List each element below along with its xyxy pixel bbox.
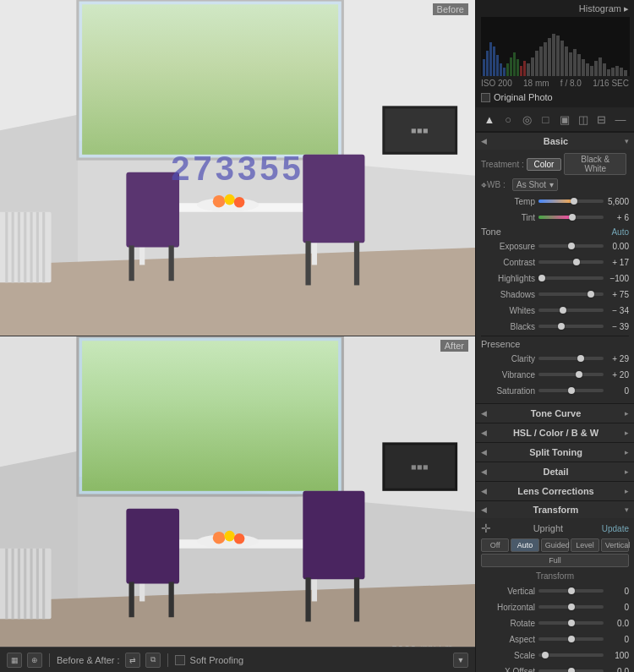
transform-section-header[interactable]: ◀ Transform ▾ bbox=[476, 500, 634, 518]
shadows-value: + 75 bbox=[604, 290, 629, 299]
lens-corrections-section[interactable]: ◀ Lens Corrections ▸ bbox=[476, 481, 634, 500]
upright-off-btn[interactable]: Off bbox=[481, 538, 509, 552]
saturation-thumb[interactable] bbox=[568, 387, 575, 394]
svg-rect-86 bbox=[573, 49, 577, 76]
t-aspect-value: 0 bbox=[604, 635, 629, 644]
clarity-thumb[interactable] bbox=[577, 355, 584, 362]
wb-value: As Shot bbox=[516, 180, 546, 189]
svg-rect-63 bbox=[486, 51, 489, 76]
settings-tool-icon[interactable]: — bbox=[612, 111, 629, 128]
saturation-row: Saturation 0 bbox=[481, 384, 629, 397]
t-scale-thumb[interactable] bbox=[542, 652, 549, 658]
t-scale-label: Scale bbox=[481, 651, 538, 660]
t-horizontal-slider[interactable] bbox=[538, 605, 604, 609]
svg-rect-78 bbox=[539, 46, 543, 76]
upright-vertical-btn[interactable]: Vertical bbox=[601, 538, 629, 552]
toolbar-before-btn[interactable]: ⊕ bbox=[27, 653, 42, 668]
detail-section[interactable]: ◀ Detail ▸ bbox=[476, 462, 634, 481]
wb-dropdown[interactable]: As Shot ▾ bbox=[512, 178, 558, 191]
exposure-slider[interactable] bbox=[538, 244, 604, 248]
svg-rect-70 bbox=[510, 57, 512, 76]
svg-rect-92 bbox=[598, 57, 602, 76]
t-vertical-slider[interactable] bbox=[538, 589, 604, 593]
blacks-label: Blacks bbox=[481, 322, 538, 331]
svg-rect-17 bbox=[303, 155, 364, 243]
color-btn[interactable]: Color bbox=[527, 158, 562, 171]
vibrance-row: Vibrance + 20 bbox=[481, 368, 629, 381]
t-vertical-label: Vertical bbox=[481, 587, 538, 596]
hsl-arrow-right: ▸ bbox=[625, 429, 629, 437]
original-photo-checkbox[interactable] bbox=[481, 93, 490, 102]
split-toning-arrow-left: ◀ bbox=[481, 448, 487, 456]
exposure-row: Exposure 0.00 bbox=[481, 239, 629, 253]
redeye-tool-icon[interactable]: □ bbox=[537, 111, 554, 128]
hsl-section[interactable]: ◀ HSL / Color / B & W ▸ bbox=[476, 423, 634, 442]
vibrance-slider[interactable] bbox=[538, 373, 604, 376]
tone-curve-section[interactable]: ◀ Tone Curve ▸ bbox=[476, 403, 634, 423]
t-rotate-thumb[interactable] bbox=[568, 620, 575, 626]
photo-before: ◼◼◼ Before 273355 bbox=[0, 0, 475, 336]
brush-tool-icon[interactable]: ▣ bbox=[556, 111, 573, 128]
saturation-slider[interactable] bbox=[538, 389, 604, 392]
tint-thumb[interactable] bbox=[569, 214, 576, 221]
move-icon[interactable]: ✛ bbox=[481, 522, 491, 535]
t-horizontal-label: Horizontal bbox=[481, 603, 538, 612]
t-aspect-slider[interactable] bbox=[538, 637, 604, 641]
crop-tool-icon[interactable]: ○ bbox=[500, 111, 516, 128]
svg-point-44 bbox=[234, 533, 245, 544]
soft-proofing-checkbox[interactable] bbox=[175, 655, 185, 665]
spot-tool-icon[interactable]: ◎ bbox=[518, 111, 535, 128]
whites-slider[interactable] bbox=[538, 309, 604, 312]
svg-rect-22 bbox=[12, 212, 14, 283]
blacks-slider[interactable] bbox=[538, 325, 604, 328]
t-vertical-thumb[interactable] bbox=[568, 587, 575, 594]
blacks-thumb[interactable] bbox=[558, 323, 565, 330]
upright-auto-btn[interactable]: Auto bbox=[511, 538, 538, 552]
clarity-value: + 29 bbox=[604, 354, 629, 363]
shadows-thumb[interactable] bbox=[588, 291, 594, 298]
highlights-slider[interactable] bbox=[538, 276, 604, 280]
basic-section-header[interactable]: ◀ Basic ▾ bbox=[476, 132, 634, 150]
contrast-slider[interactable] bbox=[538, 260, 604, 264]
clarity-slider[interactable] bbox=[538, 357, 604, 360]
update-btn[interactable]: Update bbox=[602, 524, 629, 533]
temp-slider[interactable] bbox=[538, 199, 604, 203]
shadows-slider[interactable] bbox=[538, 292, 604, 296]
t-scale-slider[interactable] bbox=[538, 653, 604, 657]
toolbar-arrow-btn[interactable]: ▼ bbox=[453, 653, 468, 668]
exposure-thumb[interactable] bbox=[568, 243, 575, 249]
whites-value: − 34 bbox=[604, 306, 629, 315]
t-rotate-slider[interactable] bbox=[538, 621, 604, 625]
svg-rect-64 bbox=[489, 42, 492, 76]
t-horizontal-thumb[interactable] bbox=[568, 604, 575, 610]
hsl-title: HSL / Color / B & W bbox=[487, 428, 625, 438]
vibrance-thumb[interactable] bbox=[576, 371, 582, 378]
upright-full-btn[interactable]: Full bbox=[481, 554, 629, 567]
toolbar-grid-btn[interactable]: ▦ bbox=[7, 653, 22, 668]
whites-thumb[interactable] bbox=[560, 307, 566, 314]
svg-rect-45 bbox=[126, 509, 179, 584]
highlights-thumb[interactable] bbox=[538, 275, 545, 281]
svg-rect-16 bbox=[169, 245, 174, 281]
tint-slider[interactable] bbox=[538, 216, 604, 219]
contrast-label: Contrast bbox=[481, 258, 538, 267]
radial-tool-icon[interactable]: ⊟ bbox=[593, 111, 610, 128]
gradient-tool-icon[interactable]: ◫ bbox=[575, 111, 592, 128]
upright-guided-btn[interactable]: Guided bbox=[541, 538, 569, 552]
t-aspect-thumb[interactable] bbox=[568, 636, 575, 642]
temp-thumb[interactable] bbox=[571, 198, 577, 205]
toolbar-swap-btn[interactable]: ⇄ bbox=[125, 653, 140, 668]
svg-rect-88 bbox=[582, 59, 585, 76]
bw-btn[interactable]: Black & White bbox=[564, 153, 626, 175]
t-xoffset-thumb[interactable] bbox=[568, 668, 575, 672]
tone-auto-btn[interactable]: Auto bbox=[611, 227, 629, 237]
split-toning-section[interactable]: ◀ Split Toning ▸ bbox=[476, 442, 634, 462]
svg-rect-69 bbox=[506, 63, 509, 76]
contrast-thumb[interactable] bbox=[573, 259, 580, 265]
histogram-tool-icon[interactable]: ▲ bbox=[481, 111, 498, 128]
clarity-label: Clarity bbox=[481, 354, 538, 363]
toolbar-copy-btn[interactable]: ⧉ bbox=[145, 653, 161, 668]
svg-rect-89 bbox=[586, 63, 589, 76]
eyedropper-icon[interactable]: ⌖ bbox=[481, 179, 487, 191]
upright-level-btn[interactable]: Level bbox=[571, 538, 598, 552]
